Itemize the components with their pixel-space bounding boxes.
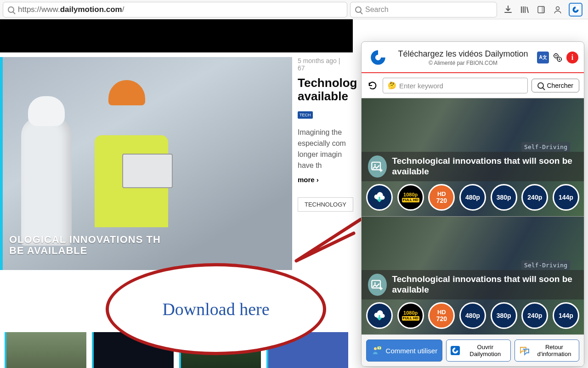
url-domain: dailymotion.com: [60, 5, 122, 14]
reader-icon[interactable]: [536, 4, 547, 15]
extension-search-row: 🤔 Enter keyword Chercher: [362, 73, 584, 98]
page-content: OLOGICAL INNOVATIONS TH BE AVAILABLE 5 m…: [0, 19, 588, 368]
feedback-button[interactable]: Retour d'information: [514, 339, 579, 362]
svg-text:?: ?: [378, 347, 380, 350]
svg-rect-16: [451, 346, 460, 355]
search-placeholder: Search: [365, 6, 389, 14]
video-result-header: Technological innovations that will soon…: [362, 270, 584, 299]
how-to-use-button[interactable]: ? Comment utiliser: [366, 339, 442, 362]
search-button[interactable]: Chercher: [531, 79, 579, 92]
video-description: Imagining the especially com longer imag…: [298, 127, 346, 171]
svg-rect-1: [542, 6, 544, 13]
thinking-emoji-icon: 🤔: [388, 81, 396, 90]
quality-720p-button[interactable]: HD720: [428, 184, 455, 211]
url-bar[interactable]: https://www.dailymotion.com/: [3, 2, 347, 17]
video-title: Technolog available: [298, 76, 346, 103]
site-header: [0, 19, 353, 52]
featured-video-card: OLOGICAL INNOVATIONS TH BE AVAILABLE: [0, 52, 292, 270]
quality-380p-button[interactable]: 380p: [491, 184, 517, 211]
video-result-title: Technological innovations that will soon…: [392, 156, 577, 177]
translate-icon[interactable]: A文: [537, 52, 549, 63]
quality-480p-button[interactable]: 480p: [459, 184, 486, 211]
extension-popup: Téléchargez les vidéos Dailymotion © Ali…: [361, 41, 584, 367]
settings-icon[interactable]: [552, 52, 564, 63]
extension-title: Téléchargez les vidéos Dailymotion: [393, 49, 533, 59]
thumbnail[interactable]: [5, 332, 86, 368]
video-meta: 5 months ago | 67: [298, 57, 346, 72]
quality-720p-button[interactable]: HD720: [428, 302, 455, 329]
url-suffix: /: [122, 5, 124, 14]
quality-380p-button[interactable]: 380p: [491, 302, 517, 329]
svg-point-12: [374, 282, 376, 284]
video-caption: OLOGICAL INNOVATIONS TH BE AVAILABLE: [3, 230, 167, 260]
download-callout: Download here: [106, 263, 326, 355]
download-cloud-button[interactable]: [366, 302, 393, 329]
svg-point-13: [374, 347, 377, 350]
browser-search-input[interactable]: Search: [350, 2, 497, 17]
video-result: Self-Driving Technological innovations t…: [362, 98, 584, 216]
source-chip: TECH: [298, 111, 313, 119]
extension-subtitle: © Alimenté par FBION.COM: [393, 60, 533, 66]
callout-text: Download here: [162, 299, 269, 319]
callout-tail: [294, 217, 363, 263]
svg-point-10: [374, 164, 376, 166]
extension-icon[interactable]: [569, 3, 582, 17]
quality-240p-button[interactable]: 240p: [521, 184, 548, 211]
quality-144p-button[interactable]: 144p: [553, 302, 579, 329]
video-result: Self-Driving Technological innovations t…: [362, 216, 584, 334]
download-cloud-button[interactable]: [366, 184, 393, 211]
extension-footer: ? Comment utiliser Ouvrir Dailymotion Re…: [362, 334, 584, 366]
keyword-placeholder: Enter keyword: [399, 82, 443, 90]
image-add-icon: [368, 155, 387, 178]
source-row: TECH: [298, 110, 346, 119]
keyword-input[interactable]: 🤔 Enter keyword: [383, 78, 528, 93]
video-result-header: Technological innovations that will soon…: [362, 152, 584, 181]
image-add-icon: [368, 274, 387, 296]
magnifier-icon: [537, 82, 544, 89]
svg-point-6: [555, 55, 557, 57]
quality-row: 1080pFULL HD HD720 480p 380p 240p 144p: [362, 184, 584, 211]
read-more-link[interactable]: more›: [298, 176, 346, 184]
toolbar-icons: [500, 3, 585, 17]
svg-point-2: [556, 6, 560, 10]
url-prefix: https://www.: [18, 5, 60, 14]
browser-toolbar: https://www.dailymotion.com/ Search: [0, 0, 588, 19]
quality-480p-button[interactable]: 480p: [459, 302, 486, 329]
dailymotion-icon: [450, 345, 460, 356]
help-person-icon: ?: [371, 345, 382, 356]
overlay-label: Self-Driving: [521, 260, 570, 270]
open-dailymotion-button[interactable]: Ouvrir Dailymotion: [446, 339, 511, 362]
overlay-label: Self-Driving: [521, 142, 570, 152]
extension-header: Téléchargez les vidéos Dailymotion © Ali…: [362, 42, 584, 73]
search-icon: [8, 6, 14, 13]
chat-icon: [519, 345, 530, 356]
quality-1080p-button[interactable]: 1080pFULL HD: [397, 302, 424, 329]
quality-144p-button[interactable]: 144p: [553, 184, 579, 211]
svg-point-8: [559, 58, 560, 60]
downloads-icon[interactable]: [503, 4, 514, 15]
search-icon: [355, 6, 362, 13]
info-icon[interactable]: i: [566, 52, 578, 63]
refresh-button[interactable]: [366, 79, 379, 92]
library-icon[interactable]: [519, 4, 530, 15]
chevron-right-icon: ›: [317, 176, 319, 184]
quality-row: 1080pFULL HD HD720 480p 380p 240p 144p: [362, 302, 584, 329]
account-icon[interactable]: [552, 4, 563, 15]
category-tag[interactable]: TECHNOLOGY: [298, 197, 353, 212]
quality-240p-button[interactable]: 240p: [521, 302, 548, 329]
video-player[interactable]: OLOGICAL INNOVATIONS TH BE AVAILABLE: [0, 57, 292, 270]
video-result-title: Technological innovations that will soon…: [392, 274, 577, 295]
extension-logo: [367, 46, 389, 69]
quality-1080p-button[interactable]: 1080pFULL HD: [397, 184, 424, 211]
